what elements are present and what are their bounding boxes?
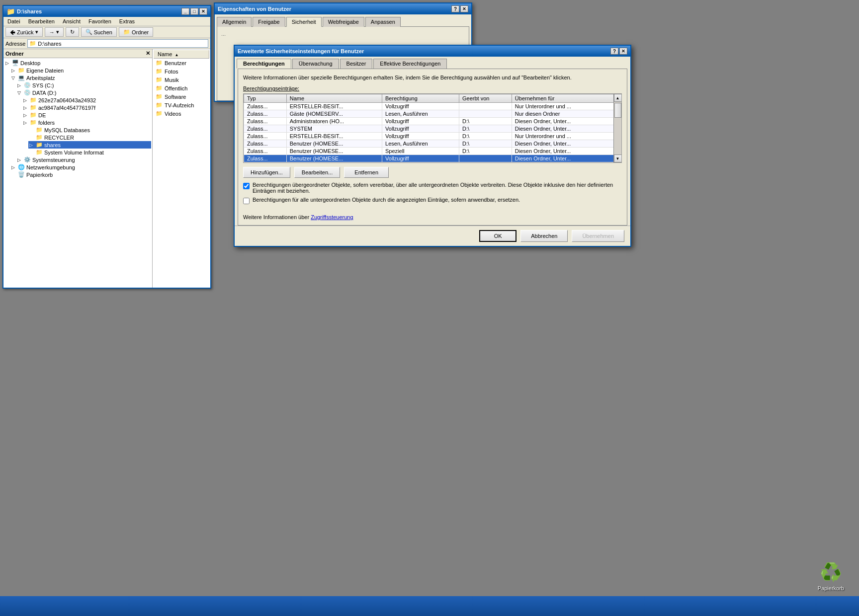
col-geerbt[interactable]: Geerbt von <box>459 94 512 103</box>
folder-icon: 📁 <box>36 149 43 155</box>
tree-item-eigene[interactable]: ▷ 📁 Eigene Dateien <box>10 67 151 74</box>
explorer-close-btn[interactable]: ✕ <box>199 8 207 15</box>
tree-item-netzwerk[interactable]: ▷ 🌐 Netzwerkumgebung <box>10 163 151 171</box>
cell-berechtigung: Lesen, Ausführen <box>382 110 459 118</box>
cell-typ: Zulass... <box>244 155 287 162</box>
tree-item-de[interactable]: ▷ 📁 DE <box>22 111 151 119</box>
cell-name: Benutzer (HOMESE... <box>286 155 382 162</box>
scroll-down-btn[interactable]: ▼ <box>614 154 622 162</box>
sort-arrow-icon: ▲ <box>174 53 178 57</box>
checkbox1[interactable] <box>243 183 250 189</box>
tab-webfreigabe[interactable]: Webfreigabe <box>323 17 364 27</box>
zugriffssteuerung-link[interactable]: Zugriffssteuerung <box>311 214 353 220</box>
adv-close-btn[interactable]: ✕ <box>619 48 627 55</box>
folder-icon: 📁 <box>18 67 25 74</box>
explorer-minimize-btn[interactable]: _ <box>181 8 189 15</box>
ok-btn[interactable]: OK <box>479 230 516 242</box>
tree-item-shares[interactable]: ▷ 📁 shares <box>28 141 151 149</box>
explorer-maximize-btn[interactable]: □ <box>190 8 198 15</box>
cell-uebernehmen: Diesen Ordner, Unter... <box>512 155 621 162</box>
file-item[interactable]: 📁Fotos <box>154 67 209 76</box>
tree-item-mysql[interactable]: 📁 MySQL Databases <box>28 126 151 134</box>
drive-icon: 💿 <box>24 89 31 96</box>
col-header-name[interactable]: Name ▲ <box>154 50 209 58</box>
menu-ansicht[interactable]: Ansicht <box>61 18 83 25</box>
cell-name: Administratoren (HO... <box>286 118 382 125</box>
tree-item-data[interactable]: ▽ 💿 DATA (D:) <box>16 89 151 96</box>
file-item[interactable]: 📁Öffentlich <box>154 84 209 92</box>
scroll-thumb[interactable] <box>614 103 621 118</box>
apply-btn[interactable]: Übernehmen <box>572 230 624 242</box>
cell-geerbt: D:\ <box>459 140 512 148</box>
menu-datei[interactable]: Datei <box>5 18 22 25</box>
file-name: Benutzer <box>165 60 186 66</box>
expand-icon: ▽ <box>17 90 22 95</box>
tree-header: Ordner ✕ <box>3 49 152 58</box>
tab-sicherheit[interactable]: Sicherheit <box>286 17 322 27</box>
close-tree-btn[interactable]: ✕ <box>146 50 150 57</box>
tree-item-desktop[interactable]: ▷ 🖥️ Desktop <box>4 59 151 67</box>
file-list-items: 📁Benutzer📁Fotos📁Musik📁Öffentlich📁Softwar… <box>154 59 209 118</box>
menu-extras[interactable]: Extras <box>117 18 137 25</box>
menu-favoriten[interactable]: Favoriten <box>86 18 113 25</box>
col-typ[interactable]: Typ <box>244 94 287 103</box>
file-item[interactable]: 📁Software <box>154 92 209 101</box>
table-row[interactable]: Zulass... SYSTEM Vollzugriff D:\ Diesen … <box>244 125 621 133</box>
file-item[interactable]: 📁Musik <box>154 76 209 84</box>
table-row[interactable]: Zulass... Benutzer (HOMESE... Vollzugrif… <box>244 155 621 162</box>
add-btn[interactable]: Hinzufügen... <box>243 167 290 178</box>
tab-anpassen[interactable]: Anpassen <box>365 17 401 27</box>
recycle-bin[interactable]: ♻️ Papierkorb <box>818 560 844 591</box>
checkbox2[interactable] <box>243 198 250 204</box>
col-name[interactable]: Name <box>286 94 382 103</box>
back-dropdown-icon: ▾ <box>35 29 38 35</box>
tree-item-262e[interactable]: ▷ 📁 262e27a064043a24932 <box>22 96 151 104</box>
table-row[interactable]: Zulass... Benutzer (HOMESE... Speziell D… <box>244 148 621 155</box>
forward-button[interactable]: → ▾ <box>45 27 64 37</box>
file-item[interactable]: 📁Videos <box>154 109 209 118</box>
remove-btn[interactable]: Entfernen <box>344 167 389 178</box>
checkbox2-label: Berechtigungen für alle untergeordneten … <box>253 197 520 203</box>
tree-item-sysvolume[interactable]: 📁 System Volume Informat <box>28 149 151 156</box>
tree-item-ac98[interactable]: ▷ 📁 ac9847af4c454776197f <box>22 104 151 111</box>
col-uebernehmen[interactable]: Übernehmen für <box>512 94 621 103</box>
tree-item-recycler[interactable]: 📁 RECYCLER <box>28 134 151 141</box>
table-scrollbar[interactable]: ▲ ▼ <box>613 94 621 162</box>
props-help-btn[interactable]: ? <box>451 5 459 12</box>
adv-help-btn[interactable]: ? <box>610 48 618 55</box>
table-row[interactable]: Zulass... ERSTELLER-BESIT... Vollzugriff… <box>244 133 621 140</box>
tree-item-arbeitsplatz[interactable]: ▽ 💻 Arbeitsplatz <box>10 74 151 81</box>
cell-name: Benutzer (HOMESE... <box>286 148 382 155</box>
folder-icon: 📁 <box>156 110 163 117</box>
tree-item-papierkorb[interactable]: 🗑️ Papierkorb <box>10 171 151 178</box>
tree-item-folders[interactable]: ▷ 📁 folders <box>22 119 151 126</box>
menu-bearbeiten[interactable]: Bearbeiten <box>26 18 57 25</box>
back-button[interactable]: 🡸 Zurück ▾ <box>5 27 43 37</box>
table-row[interactable]: Zulass... ERSTELLER-BESIT... Vollzugriff… <box>244 103 621 110</box>
cell-name: Benutzer (HOMESE... <box>286 140 382 148</box>
edit-btn[interactable]: Bearbeiten... <box>294 167 340 178</box>
explorer-body: Ordner ✕ ▷ 🖥️ Desktop ▷ 📁 Eigene Dateien… <box>3 49 210 288</box>
tab-freigabe[interactable]: Freigabe <box>253 17 285 27</box>
col-berechtigung[interactable]: Berechtigung <box>382 94 459 103</box>
props-close-btn[interactable]: ✕ <box>460 5 468 12</box>
tab-besitzer[interactable]: Besitzer <box>340 59 373 69</box>
cancel-btn[interactable]: Abbrechen <box>520 230 568 242</box>
scroll-up-btn[interactable]: ▲ <box>614 94 622 102</box>
table-row[interactable]: Zulass... Administratoren (HO... Vollzug… <box>244 118 621 125</box>
file-item[interactable]: 📁TV-Aufzeich <box>154 101 209 109</box>
cell-typ: Zulass... <box>244 110 287 118</box>
tab-effektive[interactable]: Effektive Berechtigungen <box>373 59 447 69</box>
tree-item-sys[interactable]: ▷ 💿 SYS (C:) <box>16 81 151 89</box>
address-input[interactable]: 📁 D:\shares <box>27 39 208 48</box>
refresh-button[interactable]: ↻ <box>66 27 79 37</box>
file-item[interactable]: 📁Benutzer <box>154 59 209 67</box>
table-row[interactable]: Zulass... Benutzer (HOMESE... Lesen, Aus… <box>244 140 621 148</box>
tree-item-systemsteuerung[interactable]: ▷ ⚙️ Systemsteuerung <box>16 156 151 163</box>
search-button[interactable]: 🔍 Suchen <box>81 27 117 37</box>
tab-allgemein[interactable]: Allgemein <box>217 17 252 27</box>
folders-button[interactable]: 📁 Ordner <box>119 27 153 37</box>
table-row[interactable]: Zulass... Gäste (HOMESERV... Lesen, Ausf… <box>244 110 621 118</box>
tab-uberwachung[interactable]: Überwachung <box>292 59 339 69</box>
tab-berechtigungen[interactable]: Berechtigungen <box>237 59 291 69</box>
